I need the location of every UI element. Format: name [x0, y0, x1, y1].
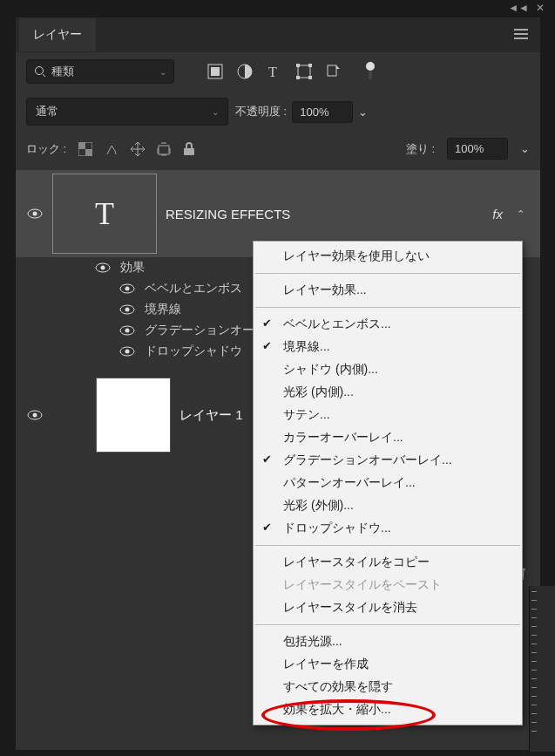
menu-satin[interactable]: サテン...: [254, 404, 522, 426]
visibility-toggle[interactable]: [118, 283, 136, 294]
menu-separator: [255, 273, 520, 274]
chevron-down-icon[interactable]: ⌄: [358, 106, 368, 119]
search-icon: [34, 65, 46, 78]
menu-create-layer[interactable]: レイヤーを作成: [254, 653, 522, 676]
effect-label: グラデーションオーバ: [145, 323, 267, 338]
menu-copy-style[interactable]: レイヤースタイルをコピー: [254, 551, 522, 574]
fill-value: 100%: [455, 142, 484, 155]
effect-label: 境界線: [145, 302, 181, 317]
svg-rect-15: [78, 142, 85, 149]
lock-all-icon[interactable]: [183, 142, 195, 156]
menu-bevel[interactable]: ✔ベベルとエンボス...: [254, 313, 522, 336]
visibility-toggle[interactable]: [94, 262, 112, 273]
svg-rect-7: [296, 64, 300, 67]
svg-point-28: [125, 329, 130, 333]
effect-label: ドロップシャドウ: [145, 344, 242, 359]
visibility-toggle[interactable]: [118, 304, 136, 315]
lock-image-icon[interactable]: [105, 142, 118, 156]
menu-inner-glow[interactable]: 光彩 (内側)...: [254, 381, 522, 404]
layer-thumbnail[interactable]: [96, 378, 171, 453]
fill-input[interactable]: 100%: [447, 138, 508, 160]
layer-name[interactable]: レイヤー 1: [179, 407, 243, 424]
collapse-icon[interactable]: ◄◄: [508, 2, 529, 14]
check-icon: ✔: [262, 339, 272, 352]
svg-rect-11: [328, 65, 336, 76]
layer-thumbnail[interactable]: T: [52, 174, 157, 254]
lock-label: ロック :: [26, 141, 66, 157]
chevron-down-icon: ⌄: [159, 67, 166, 77]
filter-type-icon[interactable]: T: [267, 64, 282, 79]
svg-rect-18: [184, 148, 194, 155]
svg-point-26: [125, 308, 130, 312]
svg-rect-12: [369, 71, 372, 79]
effects-label: 効果: [120, 260, 145, 276]
menu-layer-effects[interactable]: レイヤー効果...: [254, 279, 522, 302]
svg-rect-10: [308, 76, 312, 79]
blend-mode-dropdown[interactable]: 通常 ⌄: [26, 98, 228, 126]
chevron-down-icon[interactable]: ⌄: [520, 142, 530, 155]
svg-rect-16: [85, 149, 92, 156]
menu-inner-shadow[interactable]: シャドウ (内側)...: [254, 358, 522, 381]
filter-adjustment-icon[interactable]: [237, 64, 253, 79]
filter-pixel-icon[interactable]: [207, 64, 223, 79]
fx-collapse-caret[interactable]: ⌃: [511, 208, 530, 220]
svg-point-13: [366, 62, 375, 71]
fx-context-menu: レイヤー効果を使用しない レイヤー効果... ✔ベベルとエンボス... ✔境界線…: [253, 241, 523, 725]
menu-gradient-overlay[interactable]: ✔グラデーションオーバーレイ...: [254, 449, 522, 472]
lock-position-icon[interactable]: [131, 142, 145, 156]
svg-point-0: [36, 67, 44, 75]
panel-header: レイヤー: [16, 17, 540, 52]
filter-label: 種類: [51, 64, 74, 79]
visibility-toggle[interactable]: [118, 325, 136, 336]
lock-transparency-icon[interactable]: [78, 142, 92, 156]
menu-hide-all-effects[interactable]: すべての効果を隠す: [254, 676, 522, 698]
menu-outer-glow[interactable]: 光彩 (外側)...: [254, 494, 522, 517]
filter-toggle-switch[interactable]: [366, 62, 375, 81]
menu-global-light[interactable]: 包括光源...: [254, 630, 522, 653]
svg-rect-9: [296, 76, 300, 79]
check-icon: ✔: [262, 317, 272, 330]
lock-artboard-icon[interactable]: [157, 142, 171, 156]
chevron-down-icon: ⌄: [212, 107, 219, 117]
check-icon: ✔: [262, 453, 272, 466]
filter-shape-icon[interactable]: [296, 64, 312, 79]
svg-point-22: [101, 266, 105, 270]
fx-badge[interactable]: fx: [492, 207, 503, 221]
menu-color-overlay[interactable]: カラーオーバーレイ...: [254, 426, 522, 449]
opacity-input[interactable]: 100%: [292, 101, 353, 123]
layer-name[interactable]: RESIZING EFFECTS: [166, 207, 290, 221]
menu-separator: [255, 545, 520, 546]
menu-pattern-overlay[interactable]: パターンオーバーレイ...: [254, 472, 522, 494]
svg-point-30: [125, 350, 130, 354]
visibility-toggle[interactable]: [26, 410, 44, 420]
menu-stroke[interactable]: ✔境界線...: [254, 336, 522, 358]
opacity-label: 不透明度 :: [235, 104, 287, 119]
panel-menu-icon[interactable]: [505, 22, 537, 49]
svg-point-32: [33, 413, 37, 418]
layer-filter-dropdown[interactable]: 種類 ⌄: [26, 59, 174, 84]
visibility-toggle[interactable]: [26, 208, 44, 219]
svg-text:T: T: [268, 65, 277, 79]
svg-line-1: [43, 74, 45, 77]
tab-layers[interactable]: レイヤー: [19, 18, 96, 51]
check-icon: ✔: [262, 521, 272, 534]
effect-label: ベベルとエンボス: [145, 281, 242, 296]
blend-mode-value: 通常: [36, 104, 58, 119]
svg-rect-8: [308, 64, 312, 67]
opacity-value: 100%: [300, 106, 328, 119]
filter-smart-icon[interactable]: [326, 64, 342, 79]
menu-disable-effects[interactable]: レイヤー効果を使用しない: [254, 245, 522, 268]
menu-drop-shadow[interactable]: ✔ドロップシャドウ...: [254, 517, 522, 540]
menu-clear-style[interactable]: レイヤースタイルを消去: [254, 596, 522, 619]
menu-scale-effects[interactable]: 効果を拡大・縮小...: [254, 698, 522, 721]
svg-rect-6: [298, 65, 310, 78]
menu-separator: [255, 307, 520, 308]
menu-paste-style: レイヤースタイルをペースト: [254, 574, 522, 596]
fill-label: 塗り :: [406, 141, 435, 157]
type-thumb-letter: T: [95, 195, 114, 232]
svg-rect-3: [211, 67, 220, 76]
close-icon[interactable]: ✕: [536, 2, 545, 14]
menu-separator: [255, 624, 520, 625]
visibility-toggle[interactable]: [118, 346, 136, 357]
svg-rect-17: [159, 146, 169, 154]
